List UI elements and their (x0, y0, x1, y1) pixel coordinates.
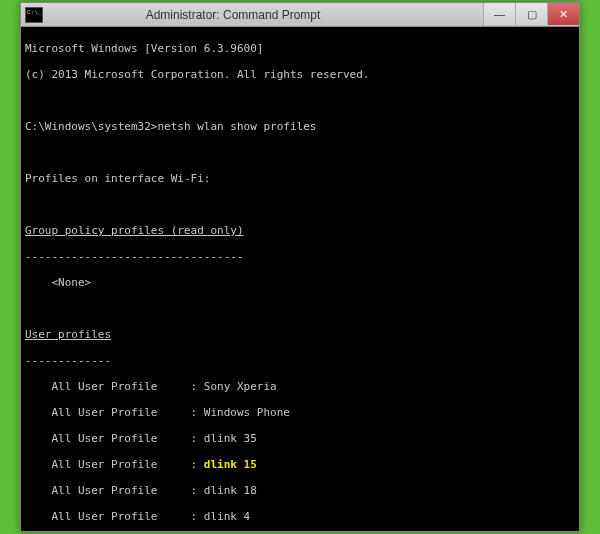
profile-row: All User Profile : Windows Phone (25, 406, 575, 419)
cmd-icon (25, 7, 43, 23)
none-entry: <None> (25, 276, 575, 289)
interface-header: Profiles on interface Wi-Fi: (25, 172, 575, 185)
blank (25, 198, 575, 211)
profile-row: All User Profile : dlink 35 (25, 432, 575, 445)
profile-row: All User Profile : dlink 4 (25, 510, 575, 523)
terminal-output[interactable]: Microsoft Windows [Version 6.3.9600] (c)… (21, 27, 579, 531)
divider: --------------------------------- (25, 250, 575, 263)
minimize-button[interactable]: — (483, 3, 515, 25)
header-line: Microsoft Windows [Version 6.3.9600] (25, 42, 575, 55)
prompt-line: C:\Windows\system32>netsh wlan show prof… (25, 120, 575, 133)
blank (25, 146, 575, 159)
blank (25, 302, 575, 315)
profile-row: All User Profile : Sony Xperia (25, 380, 575, 393)
profile-row-highlighted: All User Profile : dlink 15 (25, 458, 575, 471)
maximize-button[interactable]: ▢ (515, 3, 547, 25)
user-profiles-header: User profiles (25, 328, 575, 341)
command-prompt-window: Administrator: Command Prompt — ▢ ✕ Micr… (20, 2, 580, 532)
close-button[interactable]: ✕ (547, 3, 579, 25)
window-title: Administrator: Command Prompt (0, 8, 483, 22)
window-controls: — ▢ ✕ (483, 3, 579, 26)
header-line: (c) 2013 Microsoft Corporation. All righ… (25, 68, 575, 81)
profile-row: All User Profile : dlink 18 (25, 484, 575, 497)
group-policy-header: Group policy profiles (read only) (25, 224, 575, 237)
titlebar[interactable]: Administrator: Command Prompt — ▢ ✕ (21, 3, 579, 27)
blank (25, 94, 575, 107)
divider: ------------- (25, 354, 575, 367)
